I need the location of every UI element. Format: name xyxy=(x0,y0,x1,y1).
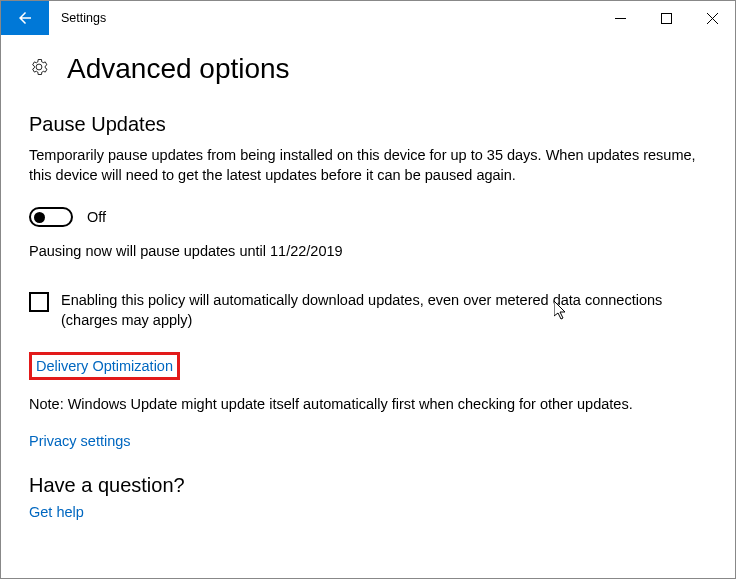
minimize-button[interactable] xyxy=(597,1,643,35)
highlight-annotation: Delivery Optimization xyxy=(29,352,180,380)
maximize-button[interactable] xyxy=(643,1,689,35)
page-header: Advanced options xyxy=(29,53,707,85)
gear-icon xyxy=(29,57,49,81)
close-button[interactable] xyxy=(689,1,735,35)
window-controls xyxy=(597,1,735,35)
metered-policy-row: Enabling this policy will automatically … xyxy=(29,291,707,330)
maximize-icon xyxy=(661,13,672,24)
question-title: Have a question? xyxy=(29,474,707,497)
pause-toggle-label: Off xyxy=(87,209,106,225)
svg-rect-1 xyxy=(661,13,671,23)
content-area: Advanced options Pause Updates Temporari… xyxy=(1,35,735,521)
pause-updates-description: Temporarily pause updates from being ins… xyxy=(29,146,707,185)
privacy-settings-link[interactable]: Privacy settings xyxy=(29,433,131,449)
window-title: Settings xyxy=(49,1,597,35)
delivery-optimization-link[interactable]: Delivery Optimization xyxy=(36,358,173,374)
pause-toggle-row: Off xyxy=(29,207,707,227)
back-button[interactable] xyxy=(1,1,49,35)
metered-policy-label: Enabling this policy will automatically … xyxy=(61,291,707,330)
pause-updates-title: Pause Updates xyxy=(29,113,707,136)
close-icon xyxy=(707,13,718,24)
update-note: Note: Windows Update might update itself… xyxy=(29,396,707,412)
metered-policy-checkbox[interactable] xyxy=(29,292,49,312)
minimize-icon xyxy=(615,13,626,24)
pause-toggle[interactable] xyxy=(29,207,73,227)
page-title: Advanced options xyxy=(67,53,290,85)
arrow-left-icon xyxy=(16,9,34,27)
titlebar: Settings xyxy=(1,1,735,35)
get-help-link[interactable]: Get help xyxy=(29,504,84,520)
pause-date-note: Pausing now will pause updates until 11/… xyxy=(29,243,707,259)
toggle-knob xyxy=(34,212,45,223)
